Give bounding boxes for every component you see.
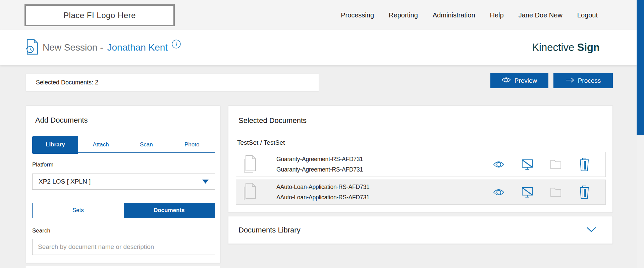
- nav-links: Processing Reporting Administration Help…: [341, 0, 598, 30]
- document-description: AAuto-Loan-Application-RS-AFD731: [276, 194, 370, 201]
- nav-item-reporting[interactable]: Reporting: [389, 11, 418, 19]
- search-input[interactable]: [32, 239, 215, 255]
- document-set-path: TestSet / TestSet: [237, 139, 285, 146]
- partial-card-bottom: [26, 266, 220, 268]
- toggle-documents[interactable]: Documents: [124, 203, 215, 218]
- session-user-link[interactable]: Jonathan Kent: [107, 42, 168, 53]
- nav-item-logout[interactable]: Logout: [577, 11, 598, 19]
- trash-icon[interactable]: [579, 186, 590, 199]
- preview-button-label: Preview: [515, 77, 537, 84]
- tab-attach[interactable]: Attach: [78, 137, 124, 152]
- add-documents-panel: Add Documents Library Attach Scan Photo …: [26, 106, 220, 263]
- document-text: AAuto-Loan-Application-RS-AFD731 AAuto-L…: [276, 184, 370, 201]
- brand-logo: Kinective Sign: [532, 30, 600, 65]
- page-title: New Session -: [43, 42, 103, 53]
- caret-down-icon: [202, 178, 209, 185]
- file-icon: [242, 155, 258, 174]
- nav-item-help[interactable]: Help: [490, 11, 504, 19]
- selected-count-label: Selected Documents: 2: [36, 79, 98, 86]
- process-button-label: Process: [578, 77, 601, 84]
- folder-icon[interactable]: [550, 186, 561, 199]
- document-description: Guaranty-Agreement-RS-AFD731: [276, 166, 363, 173]
- chevron-down-icon[interactable]: [586, 227, 596, 233]
- process-button[interactable]: Process: [553, 73, 613, 88]
- platform-dropdown-value: XP2 LOS [ XPLN ]: [39, 178, 91, 185]
- preview-document-icon[interactable]: [493, 158, 504, 171]
- preview-document-icon[interactable]: [493, 186, 504, 199]
- session-title: New Session - Jonathan Kent i: [26, 30, 181, 65]
- brand-name: Kinective: [532, 42, 574, 54]
- preview-button[interactable]: Preview: [490, 73, 548, 88]
- trash-icon[interactable]: [579, 158, 590, 171]
- toggle-sets[interactable]: Sets: [33, 203, 124, 218]
- page-header: New Session - Jonathan Kent i Kinective …: [0, 30, 637, 65]
- sets-documents-toggle: Sets Documents: [32, 203, 215, 218]
- new-session-icon: [26, 39, 39, 56]
- info-icon[interactable]: i: [172, 40, 181, 50]
- document-name: AAuto-Loan-Application-RS-AFD731: [276, 184, 370, 191]
- platform-dropdown[interactable]: XP2 LOS [ XPLN ]: [32, 174, 215, 190]
- document-actions: [493, 186, 605, 199]
- search-label: Search: [32, 227, 50, 234]
- nav-item-administration[interactable]: Administration: [433, 11, 475, 19]
- fi-logo-text: Place FI Logo Here: [63, 11, 136, 20]
- fi-logo-placeholder[interactable]: Place FI Logo Here: [24, 4, 175, 26]
- documents-library-title: Documents Library: [238, 226, 301, 234]
- nav-item-user[interactable]: Jane Doe New: [519, 11, 562, 19]
- display-monitor-icon[interactable]: [522, 158, 533, 171]
- tab-photo[interactable]: Photo: [169, 137, 215, 152]
- document-text: Guaranty-Agreement-RS-AFD731 Guaranty-Ag…: [276, 156, 363, 173]
- nav-item-processing[interactable]: Processing: [341, 11, 374, 19]
- document-row: Guaranty-Agreement-RS-AFD731 Guaranty-Ag…: [236, 152, 606, 177]
- document-actions: [493, 158, 605, 171]
- selected-documents-title: Selected Documents: [238, 116, 307, 125]
- svg-text:i: i: [176, 42, 177, 47]
- add-documents-title: Add Documents: [35, 116, 88, 125]
- add-documents-tabs: Library Attach Scan Photo: [32, 137, 215, 153]
- tab-scan[interactable]: Scan: [124, 137, 169, 152]
- documents-library-panel[interactable]: Documents Library: [228, 216, 613, 244]
- platform-label: Platform: [32, 161, 53, 168]
- page-scrollbar-track[interactable]: [637, 0, 644, 268]
- tab-library[interactable]: Library: [33, 136, 78, 154]
- selected-documents-panel: Selected Documents TestSet / TestSet Gua…: [228, 106, 613, 212]
- document-row: AAuto-Loan-Application-RS-AFD731 AAuto-L…: [236, 180, 606, 205]
- eye-icon: [502, 77, 511, 84]
- top-nav-bar: Place FI Logo Here Processing Reporting …: [0, 0, 637, 30]
- file-icon: [242, 183, 258, 202]
- document-name: Guaranty-Agreement-RS-AFD731: [276, 156, 363, 163]
- arrow-right-icon: [566, 77, 574, 84]
- brand-product: Sign: [577, 42, 600, 54]
- page-scrollbar-thumb[interactable]: [637, 0, 644, 135]
- selected-count-bar: Selected Documents: 2: [26, 74, 319, 91]
- display-monitor-icon[interactable]: [522, 186, 533, 199]
- folder-icon[interactable]: [550, 158, 561, 171]
